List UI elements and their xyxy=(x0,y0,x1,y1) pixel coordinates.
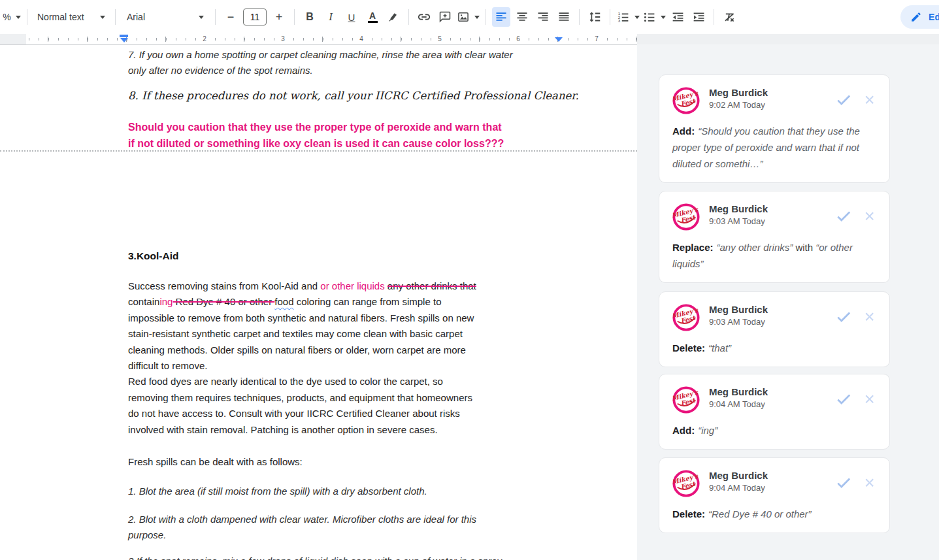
insert-image-button[interactable] xyxy=(457,7,480,27)
suggested-deletion: any other drinks that xyxy=(387,280,476,291)
suggestion-text: Replace:“any other drinks” with “or othe… xyxy=(672,239,876,272)
divider xyxy=(215,9,216,25)
suggestion-card[interactable]: Mikey's Fest Meg Burdick 9:03 AM Today R… xyxy=(659,191,890,283)
horizontal-ruler[interactable]: 2 3 4 5 6 7 xyxy=(0,34,939,44)
bulleted-list-icon xyxy=(642,10,656,24)
accept-suggestion-icon[interactable] xyxy=(835,474,852,491)
insert-link-button[interactable] xyxy=(415,7,433,27)
divider xyxy=(408,9,409,25)
divider xyxy=(294,9,295,25)
comment-timestamp: 9:04 AM Today xyxy=(709,399,835,409)
paragraph-step7[interactable]: 7. If you own a home spotting or carpet … xyxy=(128,47,585,79)
numbered-list-button[interactable]: 1 2 3 xyxy=(616,7,640,27)
comment-add-icon xyxy=(438,10,452,24)
suggested-insertion: or other liquids xyxy=(320,280,387,291)
bold-icon: B xyxy=(306,11,314,23)
minus-icon: − xyxy=(227,10,235,24)
accept-suggestion-icon[interactable] xyxy=(835,390,852,407)
bold-button[interactable]: B xyxy=(301,7,319,27)
justify-icon xyxy=(557,10,570,24)
suggestion-card[interactable]: Mikey's Fest Meg Burdick 9:04 AM Today D… xyxy=(659,457,890,533)
clear-formatting-icon xyxy=(723,10,736,24)
paragraph-kool-aid[interactable]: Success removing stains from Kool-Aid an… xyxy=(128,278,585,438)
editing-mode-label: Editing xyxy=(929,12,939,22)
suggestion-card[interactable]: Mikey's Fest Meg Burdick 9:04 AM Today A… xyxy=(659,374,890,450)
left-indent-marker[interactable] xyxy=(120,35,128,42)
highlighter-icon xyxy=(387,10,400,24)
heading-kool-aid[interactable]: 3.Kool-Aid xyxy=(128,248,585,264)
chevron-down-icon xyxy=(474,16,480,19)
paragraph-step2[interactable]: 2. Blot with a cloth dampened with clear… xyxy=(128,512,585,544)
suggestion-card[interactable]: Mikey's Fest Meg Burdick 9:03 AM Today D… xyxy=(659,291,890,367)
right-indent-marker[interactable] xyxy=(555,37,563,42)
suggestion-text: Add:“ing” xyxy=(672,422,876,438)
paragraph-step1[interactable]: 1. Blot the area (if still moist from th… xyxy=(128,484,585,499)
ruler-number: 7 xyxy=(593,34,601,44)
reject-suggestion-icon[interactable] xyxy=(863,310,876,323)
paragraph-step8[interactable]: 8. If these procedures do not work, call… xyxy=(128,88,585,104)
image-icon xyxy=(457,10,470,24)
suggestion-line-1: Success removing stains from Kool-Aid an… xyxy=(128,278,585,294)
divider xyxy=(579,9,580,25)
comment-timestamp: 9:03 AM Today xyxy=(709,317,835,327)
paragraph-step3-clipped[interactable]: 3.If the spot remains, mix a few drops o… xyxy=(128,553,585,560)
decrease-font-size-button[interactable]: − xyxy=(222,7,240,27)
align-right-icon xyxy=(536,10,550,24)
accept-suggestion-icon[interactable] xyxy=(835,91,852,108)
numbered-list-icon: 1 2 3 xyxy=(616,10,630,24)
suggested-deletion: Red Dye # 40 or other xyxy=(173,296,274,307)
comment-timestamp: 9:04 AM Today xyxy=(709,483,835,493)
ruler-number: 4 xyxy=(357,34,365,44)
ruler-number: 5 xyxy=(436,34,444,44)
zoom-select[interactable]: % xyxy=(3,7,21,27)
align-left-icon xyxy=(495,10,508,24)
align-center-button[interactable] xyxy=(513,7,531,27)
clear-formatting-button[interactable] xyxy=(720,7,738,27)
divider xyxy=(115,9,116,25)
decrease-indent-button[interactable] xyxy=(668,7,687,27)
bulleted-list-button[interactable] xyxy=(642,7,666,27)
font-size-input[interactable]: 11 xyxy=(243,8,267,25)
comment-author: Meg Burdick xyxy=(709,87,835,98)
suggestion-text: Delete:“that” xyxy=(672,340,876,356)
comment-timestamp: 9:03 AM Today xyxy=(709,216,835,226)
text-color-icon: A xyxy=(368,11,378,23)
editing-mode-button[interactable]: Editing xyxy=(900,5,939,29)
reject-suggestion-icon[interactable] xyxy=(863,209,876,223)
paragraph-fresh-spills[interactable]: Fresh spills can be dealt with as follow… xyxy=(128,454,585,470)
line-spacing-button[interactable] xyxy=(585,7,604,27)
reject-suggestion-icon[interactable] xyxy=(863,93,876,107)
pencil-icon xyxy=(910,11,922,23)
increase-font-size-button[interactable]: + xyxy=(270,7,288,27)
font-family-value: Arial xyxy=(127,12,145,22)
avatar: Mikey's Fest xyxy=(672,87,700,114)
avatar: Mikey's Fest xyxy=(672,386,700,414)
reject-suggestion-icon[interactable] xyxy=(863,476,876,489)
divider xyxy=(714,9,714,25)
paragraph-pink-question[interactable]: Should you caution that they use the pro… xyxy=(128,120,585,152)
font-family-select[interactable]: Arial xyxy=(122,7,209,27)
text-color-button[interactable]: A xyxy=(363,7,382,27)
justify-button[interactable] xyxy=(555,7,573,27)
avatar: Mikey's Fest xyxy=(672,304,700,331)
chevron-down-icon xyxy=(661,16,666,19)
paragraph-style-select[interactable]: Normal text xyxy=(33,7,109,27)
align-right-button[interactable] xyxy=(534,7,552,27)
accept-suggestion-icon[interactable] xyxy=(835,308,852,325)
reject-suggestion-icon[interactable] xyxy=(863,392,876,406)
accept-suggestion-icon[interactable] xyxy=(835,207,852,224)
document-canvas[interactable]: 7. If you own a home spotting or carpet … xyxy=(0,44,637,560)
spellcheck-flagged-word: food xyxy=(274,296,293,307)
align-center-icon xyxy=(516,10,529,24)
suggestion-card[interactable]: Mikey's Fest Meg Burdick 9:02 AM Today A… xyxy=(659,74,890,183)
add-comment-button[interactable] xyxy=(436,7,454,27)
highlight-color-button[interactable] xyxy=(384,7,403,27)
suggestion-line-2: containing Red Dye # 40 or other food co… xyxy=(128,294,585,310)
paragraph-style-value: Normal text xyxy=(37,12,84,22)
increase-indent-button[interactable] xyxy=(689,7,708,27)
underline-button[interactable]: U xyxy=(342,7,361,27)
avatar: Mikey's Fest xyxy=(672,203,700,231)
align-left-button[interactable] xyxy=(492,7,510,27)
ruler-number: 6 xyxy=(514,34,522,44)
italic-button[interactable]: I xyxy=(321,7,340,27)
